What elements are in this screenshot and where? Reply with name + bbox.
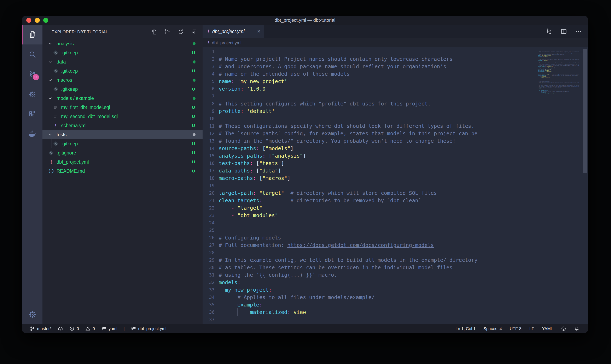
status-encoding[interactable]: UTF-8 — [510, 326, 522, 331]
tree-folder-data[interactable]: data — [42, 57, 203, 66]
code-line-2[interactable]: 2# Name your project! Project names shou… — [203, 55, 588, 63]
status-warnings[interactable]: 0 — [85, 326, 95, 331]
tree-file--gitkeep[interactable]: .gitkeepU — [42, 85, 203, 94]
code-line-24[interactable]: 24 — [203, 219, 588, 226]
tree-file-dbt-project-yml[interactable]: !dbt_project.ymlU — [42, 157, 203, 167]
code-line-23[interactable]: 23 - "dbt_modules" — [203, 212, 588, 219]
split-editor-button[interactable] — [560, 28, 567, 35]
code-line-7[interactable]: 7 — [203, 92, 588, 100]
status-notifications[interactable] — [574, 326, 580, 331]
collapse-all-button[interactable] — [191, 29, 197, 35]
code-line-21[interactable]: 21clean-targets: # directories to be rem… — [203, 197, 588, 204]
code-line-15[interactable]: 15analysis-paths: ["analysis"] — [203, 152, 588, 159]
code-line-13[interactable]: 13# found in the "models/" directory. Yo… — [203, 137, 588, 144]
line-number: 17 — [203, 168, 215, 173]
breadcrumb-file[interactable]: dbt_project.yml — [212, 40, 241, 45]
zoom-window-button[interactable] — [43, 18, 48, 23]
activity-item-docker[interactable] — [22, 124, 42, 144]
tree-file-readme-md[interactable]: README.mdU — [42, 167, 203, 176]
activity-item-extensions[interactable] — [22, 104, 42, 124]
code-line-32[interactable]: 32models: — [203, 279, 588, 286]
code-line-4[interactable]: 4# name or the intended use of these mod… — [203, 70, 588, 78]
tree-folder-models-example[interactable]: models / example — [42, 94, 203, 103]
code-line-31[interactable]: 31# using the `{{ config(...) }}` macro. — [203, 271, 588, 279]
status-language-mode[interactable]: YAML — [542, 326, 553, 331]
minimize-window-button[interactable] — [35, 18, 40, 23]
code-area[interactable]: 12# Name your project! Project names sho… — [203, 47, 588, 324]
status-yaml-schema[interactable]: yaml — [101, 326, 117, 331]
code-line-37[interactable]: 37 — [203, 316, 588, 323]
tree-file--gitkeep[interactable]: .gitkeepU — [42, 48, 203, 57]
breadcrumb[interactable]: ! dbt_project.yml — [203, 38, 588, 47]
code-line-36[interactable]: 36 materialized: view — [203, 308, 588, 316]
line-number: 23 — [203, 213, 215, 218]
code-line-9[interactable]: 9profile: 'default' — [203, 107, 588, 115]
code-line-6[interactable]: 6version: '1.0.0' — [203, 85, 588, 92]
git-untracked-badge: U — [189, 114, 198, 119]
new-file-button[interactable] — [151, 29, 157, 35]
info-file-icon — [48, 168, 55, 174]
tree-file--gitkeep[interactable]: .gitkeepU — [42, 66, 203, 76]
code-line-19[interactable]: 19 — [203, 182, 588, 189]
code-line-35[interactable]: 35 example: — [203, 301, 588, 308]
status-cursor-position[interactable]: Ln 1, Col 1 — [456, 326, 475, 331]
editor-scrollbar[interactable] — [583, 49, 587, 173]
tree-file-my-second-dbt-model-sql[interactable]: my_second_dbt_model.sqlU — [42, 112, 203, 121]
line-number: 34 — [203, 295, 215, 300]
code-line-33[interactable]: 33 my_new_project: — [203, 286, 588, 293]
close-window-button[interactable] — [26, 18, 31, 23]
code-line-26[interactable]: 26# Configuring models — [203, 234, 588, 241]
git-dot — [193, 133, 195, 136]
more-actions-button[interactable] — [575, 28, 582, 35]
smiley-icon — [561, 326, 566, 331]
checklist-icon — [101, 326, 107, 331]
minimap[interactable]: # Name your project! Project names shoul… — [538, 50, 579, 96]
code-line-12[interactable]: 12# The `source-paths` config, for examp… — [203, 130, 588, 137]
tree-file--gitignore[interactable]: .gitignoreU — [42, 148, 203, 157]
git-untracked-badge: U — [189, 123, 198, 128]
status-yaml-file[interactable]: dbt_project.yml — [131, 326, 167, 331]
code-line-28[interactable]: 28 — [203, 249, 588, 256]
code-line-18[interactable]: 18macro-paths: ["macros"] — [203, 174, 588, 182]
code-line-14[interactable]: 14source-paths: ["models"] — [203, 144, 588, 152]
tree-file--gitkeep[interactable]: .gitkeepU — [42, 139, 203, 148]
activity-bar: 11 — [22, 25, 42, 324]
status-sync[interactable] — [57, 326, 63, 331]
refresh-button[interactable] — [178, 29, 184, 35]
status-indentation[interactable]: Spaces: 4 — [483, 326, 502, 331]
code-line-20[interactable]: 20target-path: "target" # directory whic… — [203, 189, 588, 197]
new-folder-button[interactable] — [165, 29, 171, 35]
activity-item-search[interactable] — [22, 44, 42, 64]
activity-item-explorer[interactable] — [22, 25, 42, 44]
code-line-22[interactable]: 22 - "target" — [203, 204, 588, 212]
close-tab-icon[interactable]: × — [257, 28, 261, 34]
code-line-11[interactable]: 11# These configurations specify where d… — [203, 122, 588, 130]
code-line-17[interactable]: 17data-paths: ["data"] — [203, 167, 588, 174]
activity-item-settings[interactable] — [22, 304, 42, 324]
line-number: 27 — [203, 243, 215, 248]
tree-file-my-first-dbt-model-sql[interactable]: my_first_dbt_model.sqlU — [42, 103, 203, 112]
code-line-10[interactable]: 10 — [203, 115, 588, 122]
tree-file-schema-yml[interactable]: !schema.ymlU — [42, 121, 203, 130]
tree-folder-macros[interactable]: macros — [42, 76, 203, 85]
status-eol[interactable]: LF — [529, 326, 534, 331]
code-line-3[interactable]: 3# and underscores. A good package name … — [203, 63, 588, 70]
code-line-16[interactable]: 16test-paths: ["tests"] — [203, 159, 588, 167]
code-line-5[interactable]: 5name: 'my_new_project' — [203, 78, 588, 85]
tree-folder-analysis[interactable]: analysis — [42, 39, 203, 48]
activity-item-run-and-debug[interactable] — [22, 84, 42, 104]
tab-dbt-project-yml[interactable]: ! dbt_project.yml × — [203, 25, 264, 38]
open-changes-button[interactable] — [545, 28, 552, 35]
code-line-34[interactable]: 34 # Applies to all files under models/e… — [203, 293, 588, 301]
code-line-8[interactable]: 8# This setting configures which "profil… — [203, 100, 588, 107]
status-git-branch[interactable]: master* — [30, 326, 51, 331]
status-errors[interactable]: 0 — [69, 326, 79, 331]
code-line-25[interactable]: 25 — [203, 226, 588, 234]
code-line-1[interactable]: 1 — [203, 48, 588, 55]
code-line-27[interactable]: 27# Full documentation: https://docs.get… — [203, 241, 588, 249]
activity-item-source-control[interactable]: 11 — [22, 64, 42, 84]
code-line-29[interactable]: 29# In this example config, we tell dbt … — [203, 256, 588, 264]
code-line-30[interactable]: 30# as tables. These settings can be ove… — [203, 264, 588, 271]
status-feedback[interactable] — [561, 326, 566, 331]
tree-folder-tests[interactable]: tests — [42, 130, 203, 139]
